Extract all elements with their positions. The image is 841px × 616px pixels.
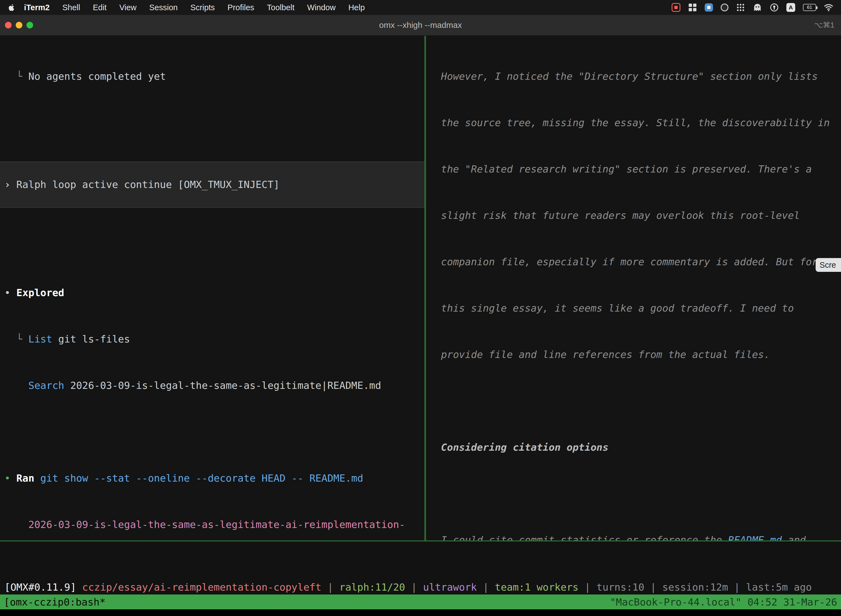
essay-filename-line-1: 2026-03-09-is-legal-the-same-as-legitima… bbox=[4, 517, 424, 532]
omx-mode-badge: ultrawork bbox=[423, 581, 477, 593]
tree-glyph: └ bbox=[4, 333, 28, 345]
right-terminal-pane[interactable]: However, I noticed the "Directory Struct… bbox=[426, 36, 841, 540]
omx-last-activity: last:5m ago bbox=[746, 581, 812, 593]
reasoning-line: provide file and line references from th… bbox=[429, 347, 841, 362]
window-shortcut-badge: ⌥⌘1 bbox=[814, 21, 834, 29]
screen-overlay-button[interactable]: Scre bbox=[816, 258, 841, 272]
macos-menu-bar: iTerm2 Shell Edit View Session Scripts P… bbox=[0, 0, 841, 15]
menu-bar-status-icons: A 61 bbox=[672, 3, 835, 12]
ralph-loop-text: Ralph loop active continue [OMX_TMUX_INJ… bbox=[16, 177, 280, 192]
menu-bar-left: iTerm2 Shell Edit View Session Scripts P… bbox=[6, 3, 371, 12]
reasoning-text: the "Related research writing" section i… bbox=[429, 163, 812, 175]
reasoning-line: companion file, especially if more comme… bbox=[429, 254, 841, 270]
reasoning-text: slight risk that future readers may over… bbox=[429, 210, 800, 221]
reasoning-text: and bbox=[782, 534, 806, 540]
omx-status-line: [OMX#0.11.9] cczip/essay/ai-reimplementa… bbox=[0, 572, 841, 595]
traffic-lights bbox=[5, 15, 33, 35]
git-show-command: git show --stat --oneline --decorate HEA… bbox=[34, 472, 363, 484]
reasoning-line: the source tree, missing the essay. Stil… bbox=[429, 115, 841, 131]
blank-line bbox=[4, 239, 424, 254]
ran-verb: Ran bbox=[16, 472, 34, 484]
reasoning-text: However, I noticed the "Directory Struct… bbox=[429, 70, 818, 82]
zoom-button[interactable] bbox=[26, 22, 33, 28]
keyboard-layout-icon[interactable]: A bbox=[786, 3, 795, 12]
readme-link: README.md bbox=[728, 534, 782, 540]
indent bbox=[4, 380, 28, 391]
window-title-bar: omx --xhigh --madmax ⌥⌘1 bbox=[0, 15, 841, 36]
reasoning-line: However, I noticed the "Directory Struct… bbox=[429, 69, 841, 84]
tmux-host-clock: "MacBook-Pro-44.local" 04:52 31-Mar-26 bbox=[610, 596, 837, 608]
menu-item-profiles[interactable]: Profiles bbox=[221, 3, 261, 12]
apple-icon[interactable] bbox=[8, 3, 15, 12]
omx-project-path: cczip/essay/ai-reimplementation-copyleft bbox=[76, 581, 321, 593]
window-grid-icon[interactable] bbox=[688, 3, 697, 12]
separator: | bbox=[477, 581, 495, 593]
terminal-panes: └ No agents completed yet › Ralph loop a… bbox=[0, 36, 841, 540]
separator: | bbox=[728, 581, 746, 593]
menu-item-help[interactable]: Help bbox=[342, 3, 371, 12]
list-args: git ls-files bbox=[52, 333, 130, 345]
menu-item-view[interactable]: View bbox=[113, 3, 143, 12]
circle-icon[interactable] bbox=[721, 4, 728, 11]
minimize-button[interactable] bbox=[16, 22, 22, 28]
reasoning-heading: Considering citation options bbox=[429, 440, 841, 455]
menu-item-window[interactable]: Window bbox=[301, 3, 342, 12]
ghost-icon[interactable] bbox=[753, 3, 762, 12]
screen-overlay-label: Scre bbox=[819, 261, 836, 270]
close-button[interactable] bbox=[5, 22, 12, 28]
separator: | bbox=[644, 581, 662, 593]
menu-item-session[interactable]: Session bbox=[143, 3, 184, 12]
omx-turns: turns:10 bbox=[596, 581, 644, 593]
reasoning-line: this single essay, it seems like a good … bbox=[429, 301, 841, 316]
omx-ralph-counter: ralph:11/20 bbox=[339, 581, 405, 593]
reasoning-heading-text: Considering citation options bbox=[429, 441, 608, 453]
omx-status-area: [OMX#0.11.9] cczip/essay/ai-reimplementa… bbox=[0, 541, 841, 594]
app-grid-icon[interactable] bbox=[736, 3, 745, 12]
blank-line bbox=[429, 486, 841, 502]
search-args: 2026-03-09-is-legal-the-same-as-legitima… bbox=[64, 380, 381, 391]
page: iTerm2 Shell Edit View Session Scripts P… bbox=[0, 0, 841, 616]
tmux-session-window: [omx-cczip0:bash* bbox=[4, 596, 105, 608]
essay-filename-part-1: 2026-03-09-is-legal-the-same-as-legitima… bbox=[4, 519, 405, 530]
reasoning-line: I could cite commit statistics or refere… bbox=[429, 532, 841, 540]
reasoning-text: companion file, especially if more comme… bbox=[429, 256, 818, 267]
ran-git-show-line: • Ran git show --stat --oneline --decora… bbox=[4, 471, 424, 486]
blank-line bbox=[4, 115, 424, 131]
blank-line bbox=[4, 424, 424, 440]
battery-level: 61 bbox=[807, 5, 812, 10]
menu-item-toolbelt[interactable]: Toolbelt bbox=[261, 3, 301, 12]
blank-line bbox=[429, 393, 841, 409]
tmux-status-bar: [omx-cczip0:bash* "MacBook-Pro-44.local"… bbox=[0, 594, 841, 609]
omx-session-time: session:12m bbox=[662, 581, 728, 593]
screen-recording-icon[interactable] bbox=[672, 3, 680, 12]
bullet-glyph: • bbox=[4, 287, 16, 298]
left-terminal-pane[interactable]: └ No agents completed yet › Ralph loop a… bbox=[0, 36, 424, 540]
separator: | bbox=[405, 581, 423, 593]
menu-item-shell[interactable]: Shell bbox=[56, 3, 86, 12]
ralph-loop-banner: › Ralph loop active continue [OMX_TMUX_I… bbox=[0, 161, 424, 208]
reasoning-text: I could cite commit statistics or refere… bbox=[429, 534, 728, 540]
menu-item-scripts[interactable]: Scripts bbox=[184, 3, 221, 12]
agents-status-line: └ No agents completed yet bbox=[4, 69, 424, 84]
onepassword-icon[interactable] bbox=[770, 3, 779, 12]
explored-search-line: Search 2026-03-09-is-legal-the-same-as-l… bbox=[4, 378, 424, 393]
reasoning-line: slight risk that future readers may over… bbox=[429, 208, 841, 223]
search-verb: Search bbox=[28, 380, 64, 391]
battery-icon[interactable]: 61 bbox=[803, 4, 816, 11]
omx-version: [OMX#0.11.9] bbox=[4, 581, 76, 593]
menu-item-edit[interactable]: Edit bbox=[86, 3, 113, 12]
bottom-gap bbox=[0, 609, 841, 616]
omx-team-workers: team:1 workers bbox=[495, 581, 578, 593]
list-verb: List bbox=[28, 333, 53, 345]
tree-glyph: └ bbox=[4, 70, 28, 82]
docker-icon[interactable] bbox=[705, 3, 713, 12]
separator: | bbox=[579, 581, 596, 593]
wifi-icon[interactable] bbox=[824, 4, 833, 11]
explored-list-line: └ List git ls-files bbox=[4, 331, 424, 347]
reasoning-line: the "Related research writing" section i… bbox=[429, 161, 841, 177]
reasoning-text: the source tree, missing the essay. Stil… bbox=[429, 117, 830, 128]
explored-title: Explored bbox=[16, 287, 64, 298]
prompt-chevron: › bbox=[4, 177, 16, 192]
window-title: omx --xhigh --madmax bbox=[379, 21, 462, 30]
menu-item-iterm2[interactable]: iTerm2 bbox=[18, 3, 56, 12]
